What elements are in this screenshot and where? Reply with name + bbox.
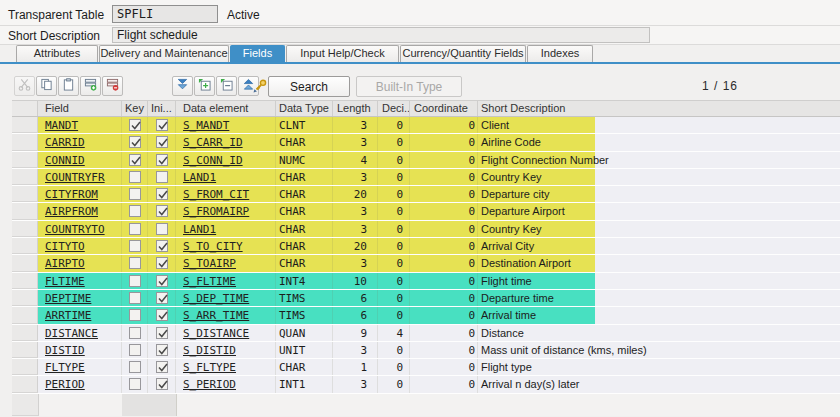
row-selector[interactable] — [12, 221, 38, 237]
initial-value-checkbox[interactable] — [156, 257, 168, 269]
tab-fields[interactable]: Fields — [230, 45, 285, 62]
key-checkbox[interactable] — [129, 205, 141, 217]
tab-currency-quantity-fields[interactable]: Currency/Quantity Fields — [400, 45, 526, 62]
data-element-link[interactable]: S_FLTYPE — [183, 361, 236, 374]
row-selector[interactable] — [12, 117, 38, 133]
column-header-coordinate[interactable]: Coordinate — [410, 101, 478, 116]
data-element-link[interactable]: S_DEP_TIME — [183, 292, 249, 305]
key-checkbox[interactable] — [129, 361, 141, 373]
column-header-length[interactable]: Length — [333, 101, 378, 116]
data-element-link[interactable]: S_FROMAIRP — [183, 205, 249, 218]
data-element-link[interactable]: S_TOAIRP — [183, 257, 236, 270]
row-selector[interactable] — [12, 238, 38, 254]
data-element-link[interactable]: LAND1 — [183, 223, 216, 236]
field-link[interactable]: DISTANCE — [45, 327, 98, 340]
initial-value-checkbox[interactable] — [156, 154, 168, 166]
column-header-short-description[interactable]: Short Description — [478, 101, 840, 116]
data-element-link[interactable]: S_DISTID — [183, 344, 236, 357]
key-checkbox[interactable] — [129, 136, 141, 148]
data-element-link[interactable]: S_TO_CITY — [183, 240, 243, 253]
key-checkbox[interactable] — [129, 223, 141, 235]
insert-row-button[interactable] — [80, 76, 101, 96]
initial-value-checkbox[interactable] — [156, 309, 168, 321]
field-link[interactable]: COUNTRYFR — [45, 171, 105, 184]
initial-value-checkbox[interactable] — [156, 378, 168, 390]
key-checkbox[interactable] — [129, 240, 141, 252]
field-link[interactable]: FLTIME — [45, 275, 85, 288]
data-element-link[interactable]: S_MANDT — [183, 119, 229, 132]
copy-button[interactable] — [36, 76, 57, 96]
key-checkbox[interactable] — [129, 275, 141, 287]
initial-value-checkbox[interactable] — [156, 361, 168, 373]
initial-value-checkbox[interactable] — [156, 292, 168, 304]
field-link[interactable]: CARRID — [45, 136, 85, 149]
data-element-link[interactable]: S_PERIOD — [183, 378, 236, 391]
table-name-input[interactable]: SPFLI — [112, 5, 218, 23]
row-selector[interactable] — [12, 273, 38, 289]
row-selector[interactable] — [12, 186, 38, 202]
tab-attributes[interactable]: Attributes — [16, 45, 98, 62]
row-selector[interactable] — [12, 307, 38, 323]
field-link[interactable]: MANDT — [45, 119, 78, 132]
key-checkbox[interactable] — [129, 327, 141, 339]
column-header-ini[interactable]: Ini... — [148, 101, 176, 116]
tab-input-help-check[interactable]: Input Help/Check — [286, 45, 399, 62]
initial-value-checkbox[interactable] — [156, 205, 168, 217]
field-link[interactable]: DISTID — [45, 344, 85, 357]
field-link[interactable]: COUNTRYTO — [45, 223, 105, 236]
data-element-link[interactable]: LAND1 — [183, 171, 216, 184]
field-link[interactable]: CITYFROM — [45, 188, 98, 201]
key-checkbox[interactable] — [129, 292, 141, 304]
field-link[interactable]: CITYTO — [45, 240, 85, 253]
row-selector[interactable] — [12, 376, 38, 392]
tab-delivery-and-maintenance[interactable]: Delivery and Maintenance — [99, 45, 229, 62]
built-in-type-button[interactable]: Built-In Type — [356, 76, 462, 97]
column-header-deci[interactable]: Deci... — [378, 101, 410, 116]
search-button[interactable]: Search — [268, 76, 350, 97]
key-checkbox[interactable] — [129, 188, 141, 200]
key-checkbox[interactable] — [129, 344, 141, 356]
key-checkbox[interactable] — [129, 378, 141, 390]
column-header-key[interactable]: Key — [122, 101, 148, 116]
delete-row-button[interactable] — [102, 76, 123, 96]
key-checkbox[interactable] — [129, 119, 141, 131]
initial-value-checkbox[interactable] — [156, 171, 168, 183]
field-link[interactable]: AIRPTO — [45, 257, 85, 270]
initial-value-checkbox[interactable] — [156, 275, 168, 287]
row-selector[interactable] — [12, 152, 38, 168]
row-selector[interactable] — [12, 134, 38, 150]
field-link[interactable]: FLTYPE — [45, 361, 85, 374]
data-element-link[interactable]: S_CARR_ID — [183, 136, 243, 149]
short-description-input[interactable]: Flight schedule — [112, 27, 650, 43]
initial-value-checkbox[interactable] — [156, 344, 168, 356]
row-selector[interactable] — [12, 169, 38, 185]
tab-indexes[interactable]: Indexes — [527, 45, 593, 62]
data-element-link[interactable]: S_FROM_CIT — [183, 188, 249, 201]
field-link[interactable]: CONNID — [45, 154, 85, 167]
initial-value-checkbox[interactable] — [156, 327, 168, 339]
data-element-link[interactable]: S_FLTIME — [183, 275, 236, 288]
key-checkbox[interactable] — [129, 154, 141, 166]
field-link[interactable]: ARRTIME — [45, 309, 91, 322]
field-link[interactable]: DEPTIME — [45, 292, 91, 305]
paste-button[interactable] — [58, 76, 79, 96]
field-link[interactable]: PERIOD — [45, 378, 85, 391]
initial-value-checkbox[interactable] — [156, 223, 168, 235]
row-selector[interactable] — [12, 325, 38, 341]
row-selector[interactable] — [12, 342, 38, 358]
data-element-link[interactable]: S_CONN_ID — [183, 154, 243, 167]
row-selector[interactable] — [12, 359, 38, 375]
row-selector[interactable] — [12, 255, 38, 271]
key-checkbox[interactable] — [129, 309, 141, 321]
insert-entry-button[interactable] — [194, 76, 215, 96]
delete-entry-button[interactable] — [216, 76, 237, 96]
column-header-data-element[interactable]: Data element — [176, 101, 276, 116]
move-down-button[interactable] — [172, 76, 193, 96]
initial-value-checkbox[interactable] — [156, 240, 168, 252]
data-element-link[interactable]: S_ARR_TIME — [183, 309, 249, 322]
row-selector[interactable] — [12, 290, 38, 306]
column-header-data-type[interactable]: Data Type — [276, 101, 333, 116]
initial-value-checkbox[interactable] — [156, 136, 168, 148]
key-checkbox[interactable] — [129, 171, 141, 183]
field-link[interactable]: AIRPFROM — [45, 205, 98, 218]
